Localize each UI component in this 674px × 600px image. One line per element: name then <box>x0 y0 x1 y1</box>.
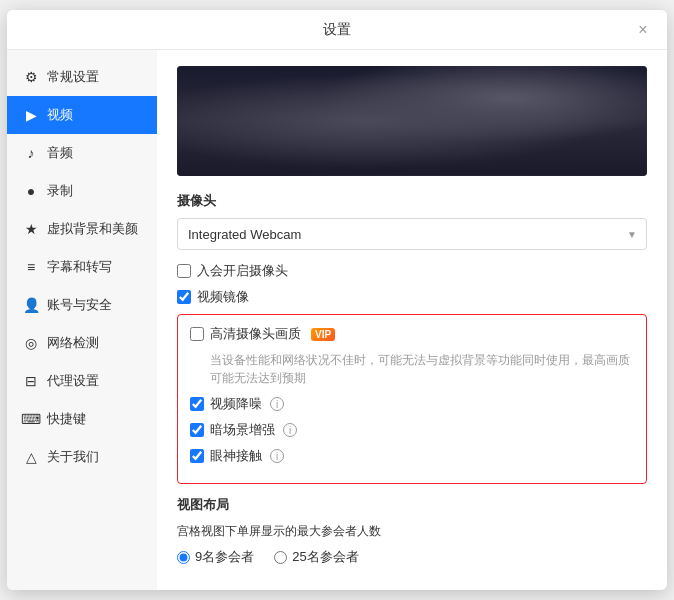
general-icon: ⚙ <box>23 69 39 85</box>
main-panel: 摄像头 Integrated Webcam ▼ 入会开启摄像头 视频镜像 <box>157 50 667 590</box>
layout-option-25-label: 25名参会者 <box>292 548 358 566</box>
lowlight-checkbox[interactable] <box>190 423 204 437</box>
webcam-preview <box>177 66 647 176</box>
layout-option-25[interactable]: 25名参会者 <box>274 548 358 566</box>
eyecontact-info-icon[interactable]: i <box>270 449 284 463</box>
layout-radio-9[interactable] <box>177 551 190 564</box>
about-icon: △ <box>23 449 39 465</box>
settings-dialog: 设置 × ⚙ 常规设置 ▶ 视频 ♪ 音频 ● 录制 <box>7 10 667 590</box>
hd-label[interactable]: 高清摄像头画质 <box>210 325 301 343</box>
sidebar-item-label: 虚拟背景和美颜 <box>47 220 138 238</box>
sidebar-item-label: 网络检测 <box>47 334 99 352</box>
subtitle-icon: ≡ <box>23 259 39 275</box>
eyecontact-checkbox[interactable] <box>190 449 204 463</box>
sidebar-item-label: 常规设置 <box>47 68 99 86</box>
sidebar-item-shortcut[interactable]: ⌨ 快捷键 <box>7 400 157 438</box>
mirror-video-row: 视频镜像 <box>177 288 647 306</box>
shortcut-icon: ⌨ <box>23 411 39 427</box>
join-camera-row: 入会开启摄像头 <box>177 262 647 280</box>
eyecontact-row: 眼神接触 i <box>190 447 634 465</box>
proxy-icon: ⊟ <box>23 373 39 389</box>
vbg-icon: ★ <box>23 221 39 237</box>
sidebar-item-account[interactable]: 👤 账号与安全 <box>7 286 157 324</box>
eyecontact-label[interactable]: 眼神接触 <box>210 447 262 465</box>
webcam-preview-image <box>177 66 647 176</box>
video-icon: ▶ <box>23 107 39 123</box>
dialog-content: ⚙ 常规设置 ▶ 视频 ♪ 音频 ● 录制 ★ 虚拟背景和美颜 <box>7 50 667 590</box>
record-icon: ● <box>23 183 39 199</box>
camera-select-wrapper: Integrated Webcam ▼ <box>177 218 647 250</box>
sidebar-item-label: 视频 <box>47 106 73 124</box>
sidebar-item-label: 快捷键 <box>47 410 86 428</box>
layout-radio-row: 9名参会者 25名参会者 <box>177 548 647 566</box>
layout-option-9-label: 9名参会者 <box>195 548 254 566</box>
lowlight-info-icon[interactable]: i <box>283 423 297 437</box>
account-icon: 👤 <box>23 297 39 313</box>
sidebar-item-network[interactable]: ◎ 网络检测 <box>7 324 157 362</box>
vip-badge: VIP <box>311 328 335 341</box>
feature-box: 高清摄像头画质 VIP 当设备性能和网络状况不佳时，可能无法与虚拟背景等功能同时… <box>177 314 647 484</box>
sidebar-item-label: 关于我们 <box>47 448 99 466</box>
sidebar-item-record[interactable]: ● 录制 <box>7 172 157 210</box>
lowlight-label[interactable]: 暗场景增强 <box>210 421 275 439</box>
audio-icon: ♪ <box>23 145 39 161</box>
hd-checkbox[interactable] <box>190 327 204 341</box>
sidebar-item-label: 音频 <box>47 144 73 162</box>
camera-section-label: 摄像头 <box>177 192 647 210</box>
hd-hint-text: 当设备性能和网络状况不佳时，可能无法与虚拟背景等功能同时使用，最高画质可能无法达… <box>210 351 634 387</box>
sidebar: ⚙ 常规设置 ▶ 视频 ♪ 音频 ● 录制 ★ 虚拟背景和美颜 <box>7 50 157 590</box>
sidebar-item-label: 字幕和转写 <box>47 258 112 276</box>
camera-select[interactable]: Integrated Webcam <box>177 218 647 250</box>
denoise-info-icon[interactable]: i <box>270 397 284 411</box>
network-icon: ◎ <box>23 335 39 351</box>
sidebar-item-proxy[interactable]: ⊟ 代理设置 <box>7 362 157 400</box>
mirror-label[interactable]: 视频镜像 <box>197 288 249 306</box>
denoise-checkbox[interactable] <box>190 397 204 411</box>
dialog-title: 设置 <box>323 21 351 39</box>
lowlight-row: 暗场景增强 i <box>190 421 634 439</box>
denoise-row: 视频降噪 i <box>190 395 634 413</box>
sidebar-item-vbg[interactable]: ★ 虚拟背景和美颜 <box>7 210 157 248</box>
sidebar-item-label: 代理设置 <box>47 372 99 390</box>
title-bar: 设置 × <box>7 10 667 50</box>
close-button[interactable]: × <box>633 20 653 40</box>
layout-option-9[interactable]: 9名参会者 <box>177 548 254 566</box>
mirror-checkbox[interactable] <box>177 290 191 304</box>
sidebar-item-about[interactable]: △ 关于我们 <box>7 438 157 476</box>
layout-section-label: 视图布局 <box>177 496 647 514</box>
layout-radio-25[interactable] <box>274 551 287 564</box>
sidebar-item-label: 账号与安全 <box>47 296 112 314</box>
join-camera-checkbox[interactable] <box>177 264 191 278</box>
sidebar-item-general[interactable]: ⚙ 常规设置 <box>7 58 157 96</box>
sidebar-item-subtitle[interactable]: ≡ 字幕和转写 <box>7 248 157 286</box>
denoise-label[interactable]: 视频降噪 <box>210 395 262 413</box>
layout-desc: 宫格视图下单屏显示的最大参会者人数 <box>177 522 647 540</box>
sidebar-item-video[interactable]: ▶ 视频 <box>7 96 157 134</box>
join-camera-label[interactable]: 入会开启摄像头 <box>197 262 288 280</box>
sidebar-item-audio[interactable]: ♪ 音频 <box>7 134 157 172</box>
hd-camera-row: 高清摄像头画质 VIP <box>190 325 634 343</box>
sidebar-item-label: 录制 <box>47 182 73 200</box>
